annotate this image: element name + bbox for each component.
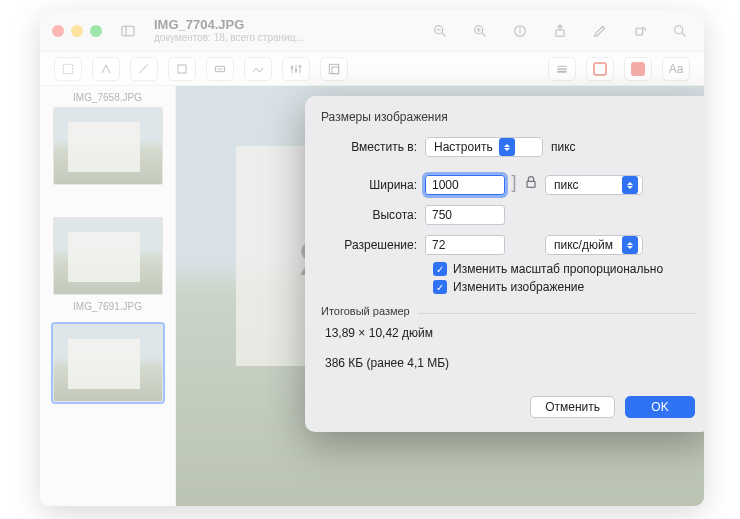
zoom-out-icon[interactable]	[428, 19, 452, 43]
svg-line-3	[442, 33, 445, 36]
width-label: Ширина:	[321, 178, 425, 192]
fit-unit: пикс	[551, 140, 576, 154]
zoom-in-icon[interactable]	[468, 19, 492, 43]
cancel-button[interactable]: Отменить	[530, 396, 615, 418]
svg-point-14	[675, 25, 683, 33]
tool-line-weight[interactable]	[548, 57, 576, 81]
sidebar-toggle-icon[interactable]	[116, 19, 140, 43]
result-filesize: 386 КБ (ранее 4,1 МБ)	[325, 356, 695, 370]
resample-checkbox[interactable]: ✓	[433, 280, 447, 294]
resample-label: Изменить изображение	[453, 280, 584, 294]
chevron-updown-icon	[499, 138, 515, 156]
title-block: IMG_7704.JPG документов: 18, всего стран…	[154, 18, 304, 43]
tool-border-color[interactable]	[586, 57, 614, 81]
link-bracket: ]	[505, 160, 523, 204]
markup-toolbar: Aa	[40, 52, 704, 86]
svg-rect-31	[527, 181, 535, 187]
tool-sketch[interactable]	[130, 57, 158, 81]
svg-rect-13	[636, 28, 643, 35]
fit-select[interactable]: Настроить	[425, 137, 543, 157]
height-input[interactable]: 750	[425, 205, 505, 225]
svg-rect-26	[329, 64, 338, 73]
svg-line-15	[682, 33, 685, 36]
thumbnail[interactable]	[53, 107, 163, 185]
width-input[interactable]: 1000	[425, 175, 505, 195]
minimize-window-button[interactable]	[71, 25, 83, 37]
chevron-updown-icon	[622, 176, 638, 194]
window-subtitle: документов: 18, всего страниц...	[154, 32, 304, 43]
tool-shapes[interactable]	[168, 57, 196, 81]
resolution-unit-select[interactable]: пикс/дюйм	[545, 235, 643, 255]
tool-text-style[interactable]: Aa	[662, 57, 690, 81]
rotate-icon[interactable]	[628, 19, 652, 43]
window-controls	[52, 25, 102, 37]
thumb-label: IMG_7691.JPG	[50, 301, 165, 312]
dimension-unit-select[interactable]: пикс	[545, 175, 643, 195]
tool-adjust-size[interactable]	[320, 57, 348, 81]
thumbnail-sidebar[interactable]: IMG_7658.JPG IMG_7691.JPG	[40, 86, 176, 506]
svg-rect-17	[178, 65, 186, 73]
resize-dialog: Размеры изображения Вместить в: Настроит…	[305, 96, 704, 432]
divider: Итоговый размер	[321, 302, 695, 314]
svg-rect-27	[332, 67, 339, 74]
preview-window: IMG_7704.JPG документов: 18, всего стран…	[40, 10, 704, 506]
scale-proportionally-label: Изменить масштаб пропорционально	[453, 262, 663, 276]
resolution-input[interactable]: 72	[425, 235, 505, 255]
ok-button[interactable]: OK	[625, 396, 695, 418]
fit-value: Настроить	[434, 140, 493, 154]
svg-rect-0	[122, 26, 134, 35]
svg-point-11	[520, 28, 521, 29]
tool-text[interactable]	[206, 57, 234, 81]
search-icon[interactable]	[668, 19, 692, 43]
window-title: IMG_7704.JPG	[154, 18, 304, 32]
tool-fill-color[interactable]	[624, 57, 652, 81]
zoom-window-button[interactable]	[90, 25, 102, 37]
titlebar: IMG_7704.JPG документов: 18, всего стран…	[40, 10, 704, 52]
thumbnail[interactable]	[53, 217, 163, 295]
tool-instant-alpha[interactable]	[92, 57, 120, 81]
tool-selection[interactable]	[54, 57, 82, 81]
svg-rect-16	[63, 64, 72, 73]
toolbar-group	[428, 19, 692, 43]
thumb-label: IMG_7658.JPG	[50, 92, 165, 103]
result-dimensions: 13,89 × 10,42 дюйм	[325, 326, 695, 340]
fit-label: Вместить в:	[321, 140, 425, 154]
height-label: Высота:	[321, 208, 425, 222]
resolution-label: Разрешение:	[321, 238, 425, 252]
tool-sign[interactable]	[244, 57, 272, 81]
scale-proportionally-checkbox[interactable]: ✓	[433, 262, 447, 276]
thumbnail-selected[interactable]	[53, 324, 163, 402]
tool-adjust-color[interactable]	[282, 57, 310, 81]
chevron-updown-icon	[622, 236, 638, 254]
svg-line-6	[482, 33, 485, 36]
result-block: 13,89 × 10,42 дюйм 386 КБ (ранее 4,1 МБ)	[321, 318, 695, 390]
markup-icon[interactable]	[588, 19, 612, 43]
dialog-title: Размеры изображения	[321, 110, 695, 124]
info-icon[interactable]	[508, 19, 532, 43]
share-icon[interactable]	[548, 19, 572, 43]
close-window-button[interactable]	[52, 25, 64, 37]
result-header: Итоговый размер	[321, 305, 418, 317]
lock-icon[interactable]	[523, 160, 539, 204]
